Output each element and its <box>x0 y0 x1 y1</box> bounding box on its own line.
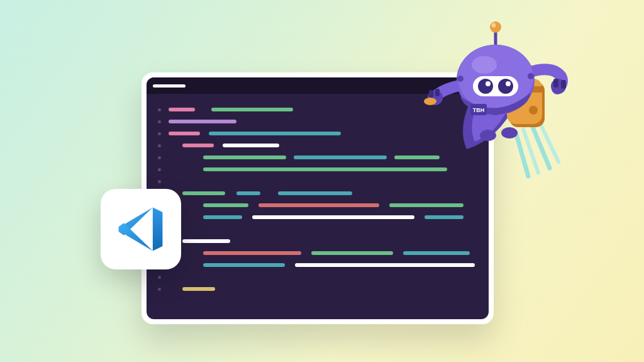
svg-point-3 <box>529 106 538 115</box>
active-tab-marker <box>153 84 186 88</box>
code-line <box>158 152 477 163</box>
svg-point-15 <box>490 21 501 33</box>
vscode-badge <box>101 189 181 269</box>
code-token <box>169 120 236 123</box>
code-line <box>158 259 477 271</box>
code-token <box>203 167 447 171</box>
svg-point-23 <box>506 81 511 86</box>
code-line <box>158 164 477 175</box>
code-token <box>182 144 214 147</box>
svg-rect-24 <box>493 84 498 89</box>
code-token <box>425 215 464 219</box>
code-token <box>236 191 260 195</box>
code-token <box>389 203 464 207</box>
code-line <box>158 176 477 187</box>
code-token <box>182 191 225 195</box>
code-token <box>278 191 352 195</box>
line-number-dot <box>158 132 161 135</box>
line-number-dot <box>158 180 161 183</box>
code-line <box>158 140 477 151</box>
code-line <box>158 223 477 235</box>
svg-rect-2 <box>507 86 542 93</box>
code-token <box>182 239 230 243</box>
code-token <box>403 251 470 255</box>
code-line <box>158 235 477 247</box>
svg-point-27 <box>501 127 518 139</box>
code-token <box>295 263 475 267</box>
code-token <box>211 108 293 111</box>
svg-rect-1 <box>507 79 542 124</box>
code-line <box>158 188 477 199</box>
code-token <box>252 215 414 219</box>
code-token <box>394 156 440 159</box>
code-token <box>209 132 341 135</box>
code-line <box>158 247 477 259</box>
code-token <box>169 132 200 135</box>
code-line <box>158 200 477 211</box>
code-line <box>158 212 477 223</box>
svg-rect-5 <box>553 79 558 88</box>
line-number-dot <box>158 144 161 147</box>
code-line <box>158 128 477 139</box>
svg-rect-0 <box>509 82 545 127</box>
code-token <box>182 287 215 291</box>
code-area <box>147 94 489 305</box>
code-token <box>203 156 286 159</box>
code-token <box>203 215 242 219</box>
line-number-dot <box>158 168 161 171</box>
editor-inner <box>147 77 489 319</box>
line-number-dot <box>158 156 161 159</box>
vscode-icon <box>115 203 167 255</box>
editor-titlebar <box>147 77 489 94</box>
code-line <box>158 104 477 115</box>
svg-point-16 <box>492 23 496 28</box>
code-line <box>158 271 477 283</box>
code-token <box>258 203 379 207</box>
code-token <box>203 251 301 255</box>
svg-point-21 <box>498 79 513 94</box>
svg-rect-6 <box>561 80 566 89</box>
line-number-dot <box>158 120 161 123</box>
code-editor-window <box>142 72 494 324</box>
code-token <box>203 263 285 267</box>
line-number-dot <box>158 108 161 111</box>
code-token <box>294 156 387 159</box>
code-token <box>203 203 248 207</box>
svg-point-13 <box>472 56 497 74</box>
code-token <box>169 108 195 111</box>
line-number-dot <box>158 276 161 279</box>
code-token <box>223 144 279 147</box>
code-line <box>158 116 477 127</box>
svg-point-18 <box>528 73 534 79</box>
line-number-dot <box>158 288 161 291</box>
code-token <box>311 251 393 255</box>
svg-point-4 <box>551 79 566 94</box>
code-line <box>158 283 477 295</box>
